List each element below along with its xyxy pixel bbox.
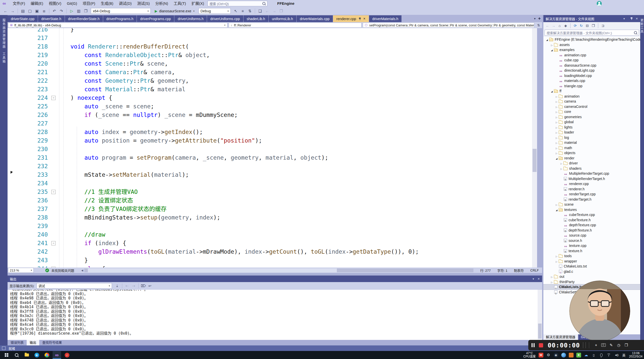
menu-item-t[interactable]: 工具(T): [171, 0, 189, 7]
scrollbar-thumb[interactable]: [538, 324, 542, 339]
tree-item-source.h[interactable]: source.h: [543, 238, 640, 243]
collapse-all-icon[interactable]: ⊟: [584, 24, 590, 28]
tree-item-renderTarget.h[interactable]: renderTarget.h: [543, 197, 640, 202]
collapsed-arrow-icon[interactable]: [555, 120, 558, 124]
tree-item-global[interactable]: global: [543, 119, 640, 125]
gear-icon[interactable]: ⚙: [546, 353, 551, 357]
clock-widget[interactable]: 13:062022/5/24: [629, 352, 642, 358]
cpu-temp-widget[interactable]: 47°CCPU温度: [523, 352, 536, 358]
tree-item-dianosaurScene.cpp[interactable]: dianosaurScene.cpp: [543, 63, 640, 68]
fold-collapse-icon[interactable]: −: [51, 190, 56, 194]
collapsed-arrow-icon[interactable]: [555, 125, 558, 129]
solution-search-box[interactable]: 搜索解决方案资源管理器 - 文件夹视图(Ctrl+;): [545, 30, 639, 36]
next-msg-icon[interactable]: ⇢: [130, 284, 137, 288]
panel-tab-解决方案资源管理器[interactable]: 解决方案资源管理器: [543, 334, 578, 340]
collapsed-arrow-icon[interactable]: [555, 202, 558, 206]
save-icon[interactable]: ▣: [34, 8, 40, 14]
tree-item-glad.c[interactable]: glad.c: [543, 269, 640, 274]
expanded-arrow-icon[interactable]: [545, 37, 549, 41]
tree-item-animation.cpp[interactable]: animation.cpp: [543, 53, 640, 58]
region-tool-icon[interactable]: ⌖: [592, 343, 600, 347]
left-strip-tab-服务器资源管理器[interactable]: 服务器资源管理器: [2, 19, 6, 49]
netease-music-icon[interactable]: ♪: [63, 351, 71, 359]
new-project-icon[interactable]: ▤: [20, 8, 26, 14]
project-dropdown[interactable]: ⊞ ff_lib.lib (ff\ff_lib.lib) - x64-Debug: [8, 23, 227, 28]
security-icon[interactable]: ✚: [576, 353, 581, 357]
redo-icon[interactable]: ↷: [58, 8, 65, 14]
left-strip-tab-工具箱[interactable]: 工具箱: [2, 52, 6, 64]
configuration-combobox[interactable]: x64-Debug: [91, 8, 151, 14]
browser-icon[interactable]: [561, 353, 566, 357]
pen-tool-icon[interactable]: ✎: [607, 343, 615, 347]
tree-item-objects[interactable]: objects: [543, 150, 640, 156]
tab-shaderLib.h[interactable]: shaderLib.h: [244, 15, 268, 22]
collapsed-arrow-icon[interactable]: [559, 166, 563, 170]
volume-icon[interactable]: ◄)): [614, 353, 619, 357]
tree-item-texture.h[interactable]: texture.h: [543, 248, 640, 254]
expanded-arrow-icon[interactable]: [550, 89, 554, 93]
tree-item-loader[interactable]: loader: [543, 130, 640, 135]
steam-icon[interactable]: ◉: [554, 353, 558, 357]
tree-item-core[interactable]: core: [543, 109, 640, 114]
tree-item-tools[interactable]: tools: [543, 253, 640, 259]
tree-item-material[interactable]: material: [543, 140, 640, 145]
tab-list-chevron-icon[interactable]: [534, 17, 536, 20]
outline-icon[interactable]: ≡: [239, 8, 246, 14]
pin-preview-icon[interactable]: ⊐: [600, 24, 606, 28]
tree-item-textures[interactable]: textures: [543, 207, 640, 212]
tree-item-geometries[interactable]: geometries: [543, 114, 640, 120]
tab-driverMaterials.cpp[interactable]: driverMaterials.cpp: [297, 15, 333, 22]
menu-item-p[interactable]: 项目(P): [80, 0, 98, 7]
drag-handle[interactable]: [583, 342, 586, 348]
tab-options-icon[interactable]: ✚: [538, 17, 541, 20]
tree-item-cube.cpp[interactable]: cube.cpp: [543, 58, 640, 63]
usb-icon[interactable]: ▯: [591, 353, 596, 357]
file-explorer-icon[interactable]: [22, 351, 31, 359]
close-icon[interactable]: [363, 17, 366, 20]
tree-item-renderer.cpp[interactable]: renderer.cpp: [543, 181, 640, 187]
tree-item-shaders[interactable]: shaders: [543, 166, 640, 171]
pause-button[interactable]: [531, 343, 535, 347]
collapsed-arrow-icon[interactable]: [555, 254, 558, 258]
wps-icon[interactable]: W: [539, 353, 543, 357]
tree-item-scene[interactable]: scene: [543, 202, 640, 207]
tree-item-depthTexture.cpp[interactable]: depthTexture.cpp: [543, 222, 640, 228]
pointer-icon[interactable]: ↖: [232, 8, 239, 14]
menu-item-d[interactable]: 调试(D): [116, 0, 135, 7]
chevron-down-icon[interactable]: [623, 17, 625, 20]
collapsed-arrow-icon[interactable]: [555, 130, 558, 134]
chrome-icon[interactable]: [43, 351, 51, 359]
collapsed-arrow-icon[interactable]: [555, 146, 558, 150]
back-disabled-icon[interactable]: ←: [264, 8, 270, 14]
clear-all-icon[interactable]: ⌦: [140, 284, 147, 288]
stop-record-button[interactable]: [539, 343, 543, 347]
open-file-icon[interactable]: ▢: [27, 8, 33, 14]
collapsed-arrow-icon[interactable]: [555, 105, 558, 109]
expanded-arrow-icon[interactable]: [550, 48, 554, 52]
pin-icon[interactable]: [359, 17, 361, 20]
tree-item-log[interactable]: log: [543, 135, 640, 140]
collapsed-arrow-icon[interactable]: [555, 136, 558, 140]
open-folder-icon[interactable]: ▥: [75, 8, 82, 14]
tree-item-lights[interactable]: lights: [543, 125, 640, 130]
tab-uniformsLib.h[interactable]: uniformsLib.h: [269, 15, 296, 22]
timer-tool-icon[interactable]: ◷: [615, 343, 622, 347]
start-debug-icon[interactable]: ▷: [68, 8, 75, 14]
output-vertical-scrollbar[interactable]: [538, 290, 542, 340]
panel-tab-错误列表[interactable]: 错误列表: [8, 340, 27, 345]
tab-driverMaterials.h[interactable]: driverMaterials.h: [369, 15, 401, 22]
collapsed-arrow-icon[interactable]: [550, 275, 554, 279]
prev-msg-icon[interactable]: ⇠: [124, 284, 130, 288]
scroll-left-arrow-icon[interactable]: ◀: [81, 269, 83, 272]
tree-item-cubeTexture.cpp[interactable]: cubeTexture.cpp: [543, 212, 640, 217]
tree-item-cubeTexture.h[interactable]: cubeTexture.h: [543, 217, 640, 223]
eol-indicator[interactable]: CRLF: [530, 268, 539, 272]
office-icon[interactable]: [569, 353, 574, 357]
collapsed-arrow-icon[interactable]: [555, 141, 558, 145]
tree-item-triangle.cpp[interactable]: triangle.cpp: [543, 83, 640, 89]
nav-back-icon[interactable]: ←: [2, 8, 9, 14]
menu-item-n[interactable]: 分析(N): [152, 0, 171, 7]
collapsed-arrow-icon[interactable]: [555, 94, 558, 98]
tree-item-math[interactable]: math: [543, 145, 640, 151]
tree-item-source.cpp[interactable]: source.cpp: [543, 233, 640, 238]
